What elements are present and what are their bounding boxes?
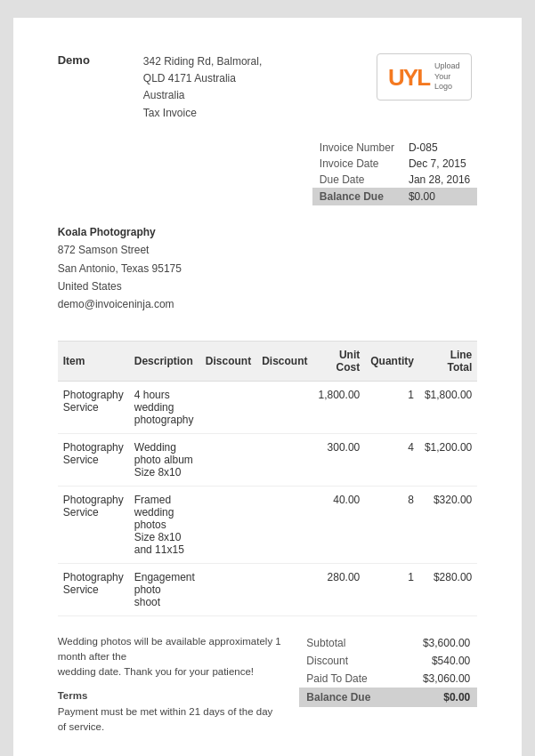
totals-balance-row: Balance Due $0.00 [299, 688, 477, 707]
cell-description: Wedding photo album Size 8x10 [129, 433, 200, 486]
header: Demo 342 Riding Rd, Balmoral, QLD 4171 A… [58, 53, 478, 122]
table-row: Photography Service Framed wedding photo… [58, 486, 478, 563]
table-header-row: Item Description Discount Discount Unit … [58, 341, 478, 381]
cell-line-total: $1,200.00 [419, 433, 477, 486]
cell-description: Framed wedding photos Size 8x10 and 11x1… [129, 486, 200, 563]
cell-discount2 [256, 563, 312, 615]
cell-item: Photography Service [58, 381, 129, 433]
cell-line-total: $1,800.00 [419, 381, 477, 433]
header-left: Demo 342 Riding Rd, Balmoral, QLD 4171 A… [58, 53, 371, 122]
cell-discount1 [200, 433, 256, 486]
cell-discount1 [200, 381, 256, 433]
items-table: Item Description Discount Discount Unit … [58, 341, 478, 616]
invoice-due-row: Due Date Jan 28, 2016 [312, 172, 477, 188]
invoice-page: Demo 342 Riding Rd, Balmoral, QLD 4171 A… [13, 18, 523, 756]
table-row: Photography Service Wedding photo album … [58, 433, 478, 486]
cell-unit-cost: 1,800.00 [313, 381, 366, 433]
invoice-date-row: Invoice Date Dec 7, 2015 [312, 156, 477, 172]
logo-icon: UYL [388, 66, 429, 89]
col-quantity: Quantity [365, 341, 419, 381]
cell-discount2 [256, 486, 312, 563]
cell-item: Photography Service [58, 563, 129, 615]
cell-discount2 [256, 381, 312, 433]
col-discount2: Discount [256, 341, 312, 381]
discount-row: Discount $540.00 [299, 652, 477, 670]
cell-discount1 [200, 563, 256, 615]
invoice-number-row: Invoice Number D-085 [312, 140, 477, 156]
cell-unit-cost: 280.00 [313, 563, 366, 615]
col-description: Description [129, 341, 200, 381]
cell-quantity: 1 [365, 381, 419, 433]
table-row: Photography Service 4 hours wedding phot… [58, 381, 478, 433]
cell-quantity: 8 [365, 486, 419, 563]
footer-notes: Wedding photos will be available approxi… [58, 634, 282, 736]
logo-box: UYL UploadYourLogo [377, 53, 472, 101]
col-item: Item [58, 341, 129, 381]
invoice-details-table: Invoice Number D-085 Invoice Date Dec 7,… [312, 140, 477, 205]
col-unit-cost: Unit Cost [313, 341, 366, 381]
invoice-details: Invoice Number D-085 Invoice Date Dec 7,… [58, 140, 478, 205]
subtotal-row: Subtotal $3,600.00 [299, 634, 477, 652]
cell-discount1 [200, 486, 256, 563]
cell-line-total: $320.00 [419, 486, 477, 563]
terms-text: Payment must be met within 21 days of th… [58, 704, 282, 736]
notes-text: Wedding photos will be available approxi… [58, 634, 282, 680]
col-line-total: Line Total [419, 341, 477, 381]
cell-quantity: 4 [365, 433, 419, 486]
paid-row: Paid To Date $3,060.00 [299, 670, 477, 688]
totals-section: Subtotal $3,600.00 Discount $540.00 Paid… [299, 634, 477, 736]
table-row: Photography Service Engagement photo sho… [58, 563, 478, 615]
logo-text: UploadYourLogo [434, 61, 460, 92]
cell-unit-cost: 40.00 [313, 486, 366, 563]
cell-description: 4 hours wedding photography [129, 381, 200, 433]
terms-label: Terms [58, 688, 282, 704]
logo-area: UYL UploadYourLogo [370, 53, 477, 101]
cell-unit-cost: 300.00 [313, 433, 366, 486]
cell-item: Photography Service [58, 486, 129, 563]
company-name: Demo [58, 53, 90, 122]
cell-quantity: 1 [365, 563, 419, 615]
cell-item: Photography Service [58, 433, 129, 486]
invoice-balance-row: Balance Due $0.00 [312, 188, 477, 205]
footer-section: Wedding photos will be available approxi… [58, 634, 478, 736]
bill-to: Koala Photography 872 Samson Street San … [58, 223, 478, 314]
totals-table: Subtotal $3,600.00 Discount $540.00 Paid… [299, 634, 477, 707]
cell-line-total: $280.00 [419, 563, 477, 615]
sender-address: 342 Riding Rd, Balmoral, QLD 4171 Austra… [143, 53, 262, 122]
cell-description: Engagement photo shoot [129, 563, 200, 615]
cell-discount2 [256, 433, 312, 486]
col-discount1: Discount [200, 341, 256, 381]
